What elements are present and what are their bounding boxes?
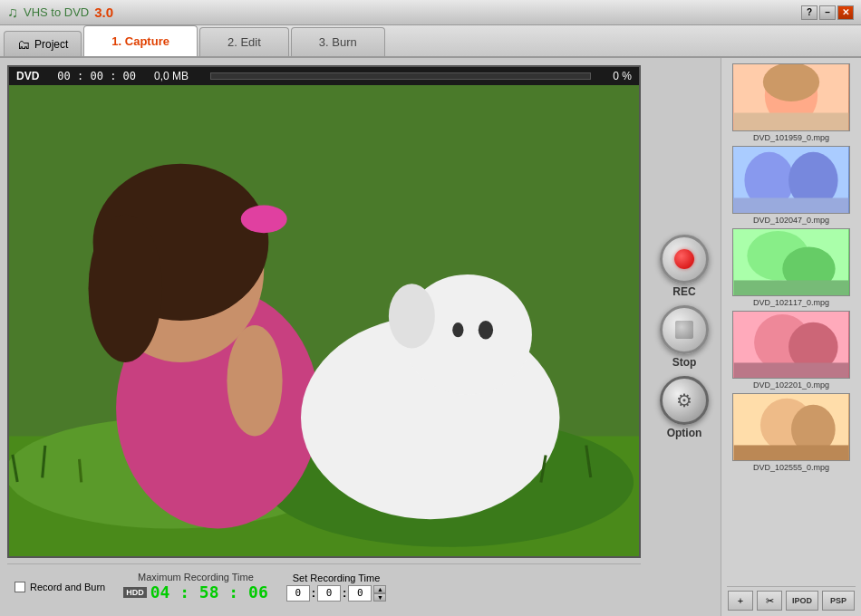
app-title-dvd: 3.0 — [94, 5, 113, 20]
time-separator-1: : — [312, 586, 315, 600]
close-button[interactable]: ✕ — [837, 5, 854, 20]
thumbnail-item-4: DVD_102201_0.mpg — [727, 311, 856, 390]
thumbnail-item-1: DVD_101959_0.mpg — [727, 63, 856, 142]
thumbnail-img-2[interactable] — [732, 146, 850, 214]
psp-label: PSP — [830, 596, 846, 605]
svg-point-13 — [479, 321, 493, 339]
video-time-display: 00 : 00 : 00 — [57, 70, 136, 82]
main-content: DVD 00 : 00 : 00 0,0 MB 0 % — [0, 58, 861, 616]
stop-square-icon — [675, 321, 693, 339]
tab-burn-label: 3. Burn — [319, 35, 357, 49]
rec-button-group: REC — [660, 235, 709, 298]
rec-button[interactable] — [660, 235, 709, 284]
record-burn-label: Record and Burn — [30, 582, 105, 592]
time-separator-2: : — [343, 586, 346, 600]
video-size-display: 0,0 MB — [154, 70, 189, 82]
tab-project[interactable]: 🗂 Project — [4, 31, 82, 56]
record-burn-checkbox[interactable] — [15, 582, 25, 592]
time-input-hours[interactable] — [286, 585, 310, 602]
right-panel: DVD_101959_0.mpg DVD_102047_0.mpg — [721, 58, 861, 616]
window-controls: ? – ✕ — [801, 5, 854, 20]
time-input-seconds[interactable] — [348, 585, 372, 602]
spinner-up-button[interactable]: ▲ — [373, 585, 386, 593]
svg-rect-32 — [734, 280, 849, 295]
spinner-down-button[interactable]: ▼ — [373, 593, 386, 602]
thumb-preview-3 — [733, 229, 849, 295]
tab-capture[interactable]: 1. Capture — [83, 25, 198, 56]
tab-bar: 🗂 Project 1. Capture 2. Edit 3. Burn — [0, 25, 861, 58]
thumbnail-img-5[interactable] — [732, 393, 850, 461]
video-header: DVD 00 : 00 : 00 0,0 MB 0 % — [9, 67, 639, 85]
title-bar: ♫ VHS to DVD 3.0 ? – ✕ — [0, 0, 861, 25]
set-recording-time-section: Set Recording Time : : ▲ ▼ — [286, 573, 387, 602]
time-spinner: ▲ ▼ — [373, 585, 386, 602]
thumb-preview-1 — [733, 64, 849, 130]
tab-capture-label: 1. Capture — [111, 34, 169, 48]
app-title-vhs: VHS to DVD — [24, 5, 89, 19]
svg-point-15 — [389, 284, 435, 348]
center-controls: REC Stop ⚙ Option — [648, 58, 721, 616]
thumbnail-label-2: DVD_102047_0.mpg — [753, 216, 829, 225]
video-percent-display: 0 % — [613, 70, 632, 82]
thumb-preview-2 — [733, 147, 849, 213]
thumbnail-item-2: DVD_102047_0.mpg — [727, 146, 856, 225]
svg-rect-24 — [734, 113, 849, 130]
stop-button[interactable] — [660, 305, 709, 354]
svg-point-10 — [227, 325, 282, 436]
cut-clip-button[interactable]: ✂ — [757, 591, 782, 611]
svg-point-23 — [763, 64, 819, 101]
stop-label: Stop — [672, 356, 697, 369]
hdd-badge: HDD — [123, 587, 147, 598]
svg-rect-40 — [734, 445, 849, 460]
rec-dot-icon — [674, 249, 694, 269]
add-icon: + — [738, 595, 743, 606]
title-bar-left: ♫ VHS to DVD 3.0 — [7, 5, 113, 21]
max-recording-time-section: Maximum Recording Time HDD 04 : 58 : 06 — [123, 572, 268, 602]
add-clip-button[interactable]: + — [728, 591, 753, 611]
cut-icon: ✂ — [766, 595, 774, 607]
rec-label: REC — [672, 285, 695, 298]
minimize-button[interactable]: – — [819, 5, 836, 20]
ipod-label: IPOD — [792, 596, 812, 605]
ipod-export-button[interactable]: IPOD — [786, 591, 818, 611]
thumbnail-label-3: DVD_102117_0.mpg — [753, 298, 829, 307]
svg-rect-36 — [734, 362, 849, 378]
tab-edit-label: 2. Edit — [227, 35, 261, 49]
option-button[interactable]: ⚙ — [660, 376, 709, 425]
project-tab-label: Project — [34, 38, 68, 51]
thumbnail-label-5: DVD_102555_0.mpg — [753, 463, 829, 472]
video-progress-bar — [210, 72, 591, 80]
thumbnail-item-5: DVD_102555_0.mpg — [727, 393, 856, 472]
option-button-group: ⚙ Option — [660, 376, 709, 439]
right-panel-bottom: + ✂ IPOD PSP — [727, 586, 856, 611]
stop-button-group: Stop — [660, 305, 709, 369]
psp-export-button[interactable]: PSP — [822, 591, 855, 611]
project-icon: 🗂 — [17, 37, 30, 52]
svg-point-8 — [89, 215, 163, 362]
svg-rect-28 — [734, 197, 849, 213]
time-inputs: : : ▲ ▼ — [286, 585, 387, 602]
help-button[interactable]: ? — [801, 5, 817, 20]
option-label: Option — [667, 427, 702, 439]
thumbnail-img-4[interactable] — [732, 311, 850, 379]
thumbnail-label-4: DVD_102201_0.mpg — [753, 380, 829, 390]
bottom-controls: Record and Burn Maximum Recording Time H… — [7, 563, 641, 609]
gear-icon: ⚙ — [676, 390, 692, 411]
video-background — [9, 85, 639, 556]
tab-burn[interactable]: 3. Burn — [291, 27, 385, 56]
video-preview — [9, 85, 639, 556]
thumbnail-item-3: DVD_102117_0.mpg — [727, 228, 856, 307]
thumb-preview-4 — [733, 312, 849, 378]
hdd-row: HDD 04 : 58 : 06 — [123, 582, 268, 602]
video-scene-svg — [9, 85, 639, 556]
thumb-preview-5 — [733, 394, 849, 460]
left-panel: DVD 00 : 00 : 00 0,0 MB 0 % — [0, 58, 648, 616]
time-input-minutes[interactable] — [317, 585, 341, 602]
svg-point-9 — [241, 206, 287, 234]
thumbnail-img-3[interactable] — [732, 228, 850, 296]
thumbnail-img-1[interactable] — [732, 63, 850, 131]
tab-edit[interactable]: 2. Edit — [199, 27, 289, 56]
svg-point-14 — [452, 322, 463, 337]
app-logo-symbol: ♫ — [7, 5, 18, 21]
max-rec-label: Maximum Recording Time — [138, 572, 254, 582]
